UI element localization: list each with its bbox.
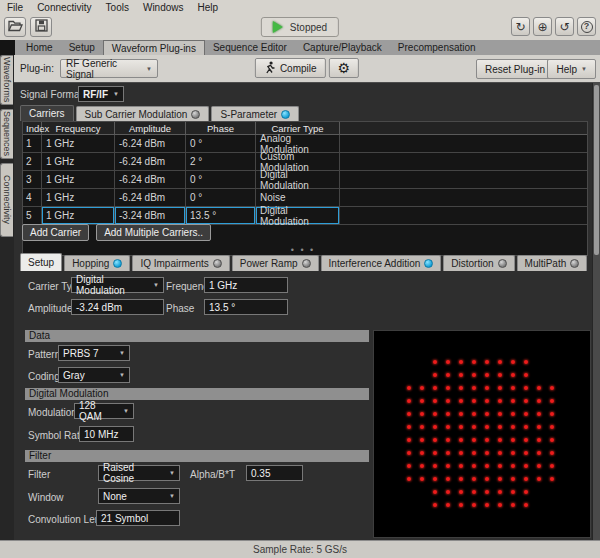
col-phase[interactable]: Phase [186,122,256,134]
import-button[interactable]: ⊕ [533,17,552,36]
compile-button[interactable]: Compile [255,58,326,78]
sync-time-button[interactable]: ↻ [511,17,530,36]
tab-multipath[interactable]: MultiPath [517,255,588,271]
cell-phase[interactable]: 0 ° [186,135,256,152]
tab-precompensation[interactable]: Precompensation [390,40,484,55]
symbol-rate-field[interactable]: 10 MHz [79,426,134,442]
convolution-length-field[interactable]: 21 Symbol [96,510,180,526]
save-button[interactable] [30,17,52,37]
constellation-point [459,438,463,442]
constellation-point [472,386,476,390]
tab-setup[interactable]: Setup [61,40,103,55]
carrier-type-select[interactable]: Digital Modulation ▼ [71,277,164,293]
pattern-select[interactable]: PRBS 7 ▼ [58,345,130,361]
run-state-button[interactable]: Stopped [261,17,339,37]
tab-interference-addition[interactable]: Interference Addition [321,255,442,271]
tab-sequence-editor[interactable]: Sequence Editor [205,40,295,55]
tab-iq-impairments[interactable]: IQ Impairments [132,255,229,271]
cell-frequency[interactable]: 1 GHz [42,171,115,188]
cell-frequency[interactable]: 1 GHz [42,153,115,170]
plugin-help-button[interactable]: Help ▼ [547,59,596,79]
convolution-length-value: 21 Symbol [101,513,148,524]
cell-frequency[interactable]: 1 GHz [42,189,115,206]
constellation-point [485,451,489,455]
sidebar-tab-waveforms[interactable]: Waveforms [0,55,13,105]
modulation-select[interactable]: 128 QAM ▼ [74,403,134,419]
cell-carrier-type[interactable]: Custom Modulation [256,153,340,170]
cell-frequency[interactable]: 1 GHz [42,135,115,152]
tab-waveform-plugins[interactable]: Waveform Plug-ins [103,40,205,55]
constellation-point [511,438,515,442]
cell-carrier-type[interactable]: Digital Modulation [256,207,340,224]
cell-amplitude[interactable]: -6.24 dBm [115,153,186,170]
cell-carrier-type[interactable]: Noise [256,189,340,206]
tab-home[interactable]: Home [18,40,61,55]
tab-hopping[interactable]: Hopping [64,255,130,271]
menu-file[interactable]: File [0,1,30,14]
menu-help[interactable]: Help [191,1,226,14]
tab-power-ramp[interactable]: Power Ramp [232,255,319,271]
cell-empty [340,153,587,170]
cell-phase[interactable]: 0 ° [186,189,256,206]
constellation-point [524,438,528,442]
cell-amplitude[interactable]: -6.24 dBm [115,189,186,206]
cell-carrier-type[interactable]: Analog Modulation [256,135,340,152]
open-file-button[interactable] [4,17,26,37]
phase-field[interactable]: 13.5 ° [204,299,288,315]
cell-frequency[interactable]: 1 GHz [42,207,115,224]
table-row-selected[interactable]: 5 1 GHz -3.24 dBm 13.5 ° Digital Modulat… [23,207,587,225]
cell-amplitude[interactable]: -6.24 dBm [115,171,186,188]
compile-runner-icon [264,61,275,76]
sidebar-tab-sequences[interactable]: Sequences [0,109,13,159]
cell-index[interactable]: 5 [23,207,42,224]
cell-index[interactable]: 4 [23,189,42,206]
constellation-point [511,477,515,481]
cell-phase[interactable]: 2 ° [186,153,256,170]
status-badge-blue-icon [113,259,122,268]
plugin-select[interactable]: RF Generic Signal ▼ [60,59,158,78]
plugin-select-value: RF Generic Signal [66,58,140,80]
cell-index[interactable]: 1 [23,135,42,152]
compile-label: Compile [280,63,317,74]
filter-select[interactable]: Raised Cosine ▼ [98,465,180,481]
refresh-button[interactable]: ↺ [555,17,574,36]
cell-amplitude[interactable]: -3.24 dBm [115,207,186,224]
compile-settings-button[interactable]: ⚙ [329,58,360,78]
cell-carrier-type[interactable]: Digital Modulation [256,171,340,188]
signal-format-select[interactable]: RF/IF ▼ [78,86,124,102]
menu-connectivity[interactable]: Connectivity [30,1,98,14]
cell-phase[interactable]: 13.5 ° [186,207,256,224]
cell-phase[interactable]: 0 ° [186,171,256,188]
tab-sub-carrier-modulation[interactable]: Sub Carrier Modulation [76,106,210,121]
vertical-scrollbar[interactable] [592,83,600,540]
main-tab-bar: Home Setup Waveform Plug-ins Sequence Ed… [0,40,600,55]
reset-plugin-button[interactable]: Reset Plug-in [476,59,554,79]
tab-s-parameter[interactable]: S-Parameter [211,106,299,121]
window-select[interactable]: None ▼ [98,488,180,504]
alpha-field[interactable]: 0.35 [246,465,303,481]
tab-capture-playback[interactable]: Capture/Playback [295,40,390,55]
col-frequency[interactable]: Frequency [42,122,115,134]
table-row[interactable]: 3 1 GHz -6.24 dBm 0 ° Digital Modulation [23,171,587,189]
sidebar-tab-connectivity[interactable]: Connectivity [0,163,13,237]
tab-distortion[interactable]: Distortion [443,255,514,271]
help-button[interactable]: ? [577,17,596,36]
add-carrier-button[interactable]: Add Carrier [22,224,89,241]
menu-tools[interactable]: Tools [99,1,136,14]
col-amplitude[interactable]: Amplitude [115,122,186,134]
chevron-down-icon: ▼ [119,350,125,356]
scrollbar-thumb[interactable] [594,85,599,255]
amplitude-field[interactable]: -3.24 dBm [71,299,164,315]
frequency-field[interactable]: 1 GHz [204,277,288,293]
cell-index[interactable]: 3 [23,171,42,188]
add-multiple-carriers-button[interactable]: Add Multiple Carriers.. [96,224,211,241]
constellation-point [498,386,502,390]
tab-carriers[interactable]: Carriers [20,105,74,121]
col-index[interactable]: Index [23,122,42,134]
cell-amplitude[interactable]: -6.24 dBm [115,135,186,152]
tab-setup[interactable]: Setup [20,253,62,271]
cell-index[interactable]: 2 [23,153,42,170]
menu-windows[interactable]: Windows [136,1,191,14]
coding-select[interactable]: Gray ▼ [58,367,130,383]
constellation-point [485,425,489,429]
